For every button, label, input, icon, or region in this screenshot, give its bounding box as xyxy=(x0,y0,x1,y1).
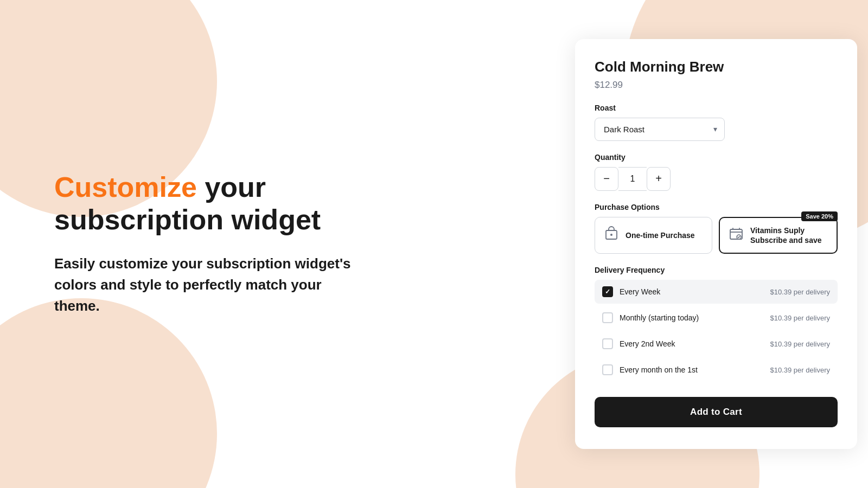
widget-card: Cold Morning Brew $12.99 Roast Dark Roas… xyxy=(575,39,857,449)
add-to-cart-button[interactable]: Add to Cart xyxy=(595,397,838,427)
purchase-option-subscribe[interactable]: Save 20% Vitamins SuplySubscribe and sav… xyxy=(719,217,838,254)
frequency-left-3: Every month on the 1st xyxy=(602,364,698,375)
frequency-label-3: Every month on the 1st xyxy=(620,365,698,374)
quantity-value: 1 xyxy=(618,167,647,191)
hero-title-accent: Customize xyxy=(54,171,197,203)
frequency-price-1: $10.39 per delivery xyxy=(770,314,830,322)
quantity-controls: − 1 + xyxy=(595,167,838,191)
frequency-checkbox-2[interactable] xyxy=(602,338,613,349)
frequency-checkbox-1[interactable] xyxy=(602,312,613,323)
frequency-left-0: Every Week xyxy=(602,286,660,297)
page-layout: Customize yoursubscription widget Easily… xyxy=(0,0,868,488)
svg-point-1 xyxy=(610,234,612,236)
purchase-options-label: Purchase Options xyxy=(595,203,838,211)
frequency-option-2[interactable]: Every 2nd Week $10.39 per delivery xyxy=(595,332,838,356)
left-panel: Customize yoursubscription widget Easily… xyxy=(0,0,564,488)
hero-title: Customize yoursubscription widget xyxy=(54,171,510,236)
product-title: Cold Morning Brew xyxy=(595,59,838,75)
frequency-price-3: $10.39 per delivery xyxy=(770,366,830,374)
subscribe-icon xyxy=(729,226,744,245)
frequency-label-0: Every Week xyxy=(620,287,660,296)
roast-select[interactable]: Dark Roast Light Roast Medium Roast Espr… xyxy=(595,118,725,141)
quantity-decrease-button[interactable]: − xyxy=(595,167,618,191)
right-panel: Cold Morning Brew $12.99 Roast Dark Roas… xyxy=(564,0,868,488)
frequency-option-3[interactable]: Every month on the 1st $10.39 per delive… xyxy=(595,358,838,382)
frequency-label-2: Every 2nd Week xyxy=(620,339,675,348)
frequency-left-1: Monthly (starting today) xyxy=(602,312,699,323)
quantity-label: Quantity xyxy=(595,153,838,162)
quantity-increase-button[interactable]: + xyxy=(647,167,671,191)
delivery-label: Delivery Frequency xyxy=(595,266,838,274)
subscribe-label: Vitamins SuplySubscribe and save xyxy=(750,226,822,245)
purchase-section: Purchase Options One-time Purchase xyxy=(595,203,838,254)
roast-section: Roast Dark Roast Light Roast Medium Roas… xyxy=(595,104,838,141)
hero-subtitle: Easily customize your subscription widge… xyxy=(54,253,369,317)
roast-select-wrapper: Dark Roast Light Roast Medium Roast Espr… xyxy=(595,118,725,141)
frequency-label-1: Monthly (starting today) xyxy=(620,313,699,322)
quantity-section: Quantity − 1 + xyxy=(595,153,838,191)
onetime-icon xyxy=(604,226,619,245)
product-price: $12.99 xyxy=(595,80,838,91)
frequency-price-2: $10.39 per delivery xyxy=(770,340,830,348)
onetime-label: One-time Purchase xyxy=(626,230,695,240)
frequency-checkbox-3[interactable] xyxy=(602,364,613,375)
save-badge: Save 20% xyxy=(801,211,838,221)
frequency-option-0[interactable]: Every Week $10.39 per delivery xyxy=(595,280,838,304)
frequency-checkbox-0[interactable] xyxy=(602,286,613,297)
roast-label: Roast xyxy=(595,104,838,112)
purchase-option-onetime[interactable]: One-time Purchase xyxy=(595,217,712,254)
frequency-price-0: $10.39 per delivery xyxy=(770,288,830,296)
frequency-left-2: Every 2nd Week xyxy=(602,338,675,349)
delivery-section: Delivery Frequency Every Week $10.39 per… xyxy=(595,266,838,382)
frequency-option-1[interactable]: Monthly (starting today) $10.39 per deli… xyxy=(595,306,838,330)
purchase-options-list: One-time Purchase Save 20% xyxy=(595,217,838,254)
